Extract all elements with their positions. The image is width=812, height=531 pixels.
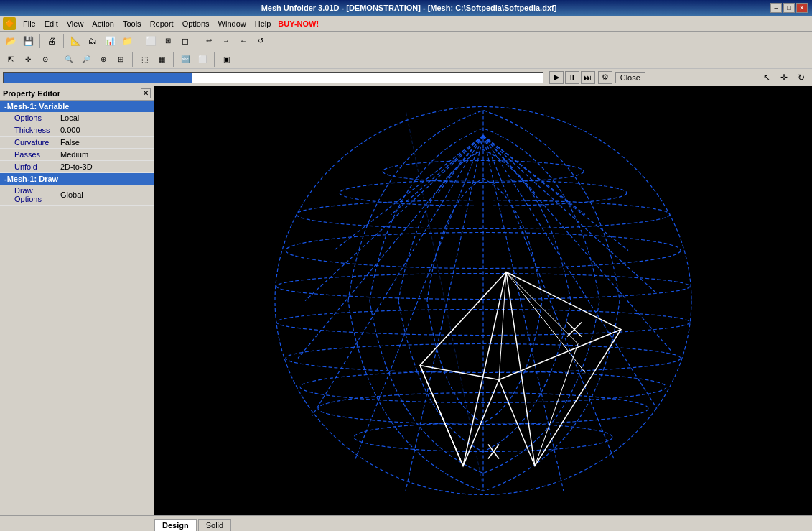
pause-button[interactable]: ⏸ [565,71,579,84]
tab-design[interactable]: Design [154,519,197,531]
menu-action[interactable]: Action [88,18,118,29]
property-panel-header: Property Editor ✕ [0,86,154,101]
sep2 [63,34,64,48]
menu-help[interactable]: Help [251,18,276,29]
menu-bar: 🔶 File Edit View Action Tools Report Opt… [0,16,812,32]
sep6 [132,52,133,67]
main-area: Property Editor ✕ -Mesh-1: Variable Opti… [0,86,812,515]
menu-file[interactable]: File [19,18,40,29]
tb2-icon7[interactable]: ⬜ [195,52,210,68]
tb-save[interactable]: 💾 [20,33,36,49]
tb2-zoom-in[interactable]: 🔍 [61,52,77,68]
tb2-icon6[interactable]: 🔤 [177,52,193,68]
cursor-rotate[interactable]: ↻ [793,70,809,86]
close-anim-button[interactable]: Close [615,72,645,83]
anim-bar: ▶ ⏸ ⏭ ⚙ Close ↖ ✛ ↻ [0,69,812,86]
menu-options[interactable]: Options [178,18,214,29]
prop-row-curvature: Curvature False [0,137,154,149]
prop-value-options[interactable]: Local [57,114,154,122]
prop-label-draw-options: Draw Options [0,186,57,203]
cursor-select[interactable]: ↖ [759,70,775,86]
tb2-zoom-fit[interactable]: ⊕ [95,52,111,68]
tb2-icon8[interactable]: ▣ [218,52,234,68]
tb-icon6[interactable]: ⊞ [160,33,176,49]
cursor-pan[interactable]: ✛ [776,70,792,86]
prop-value-thickness[interactable]: 0.000 [57,126,154,134]
app-icon: 🔶 [3,17,16,30]
tb-icon11[interactable]: ↺ [253,33,269,49]
tb-icon2[interactable]: 🗂 [85,33,101,49]
close-window-button[interactable]: ✕ [796,3,808,13]
tb-icon1[interactable]: 📐 [67,33,83,49]
menu-edit[interactable]: Edit [40,18,62,29]
buy-now-label[interactable]: BUY-NOW! [278,19,319,28]
prop-label-thickness: Thickness [0,126,57,134]
progress-fill [4,73,192,83]
prop-row-thickness: Thickness 0.000 [0,124,154,137]
menu-report[interactable]: Report [146,18,178,29]
tb-icon4[interactable]: 📁 [119,33,135,49]
anim-icon[interactable]: ⚙ [598,71,612,84]
prop-value-unfold[interactable]: 2D-to-3D [57,162,154,171]
sep8 [214,52,215,67]
property-panel-close[interactable]: ✕ [141,88,151,98]
tb-print[interactable]: 🖨 [44,33,60,49]
prop-row-passes: Passes Medium [0,149,154,161]
tb2-icon2[interactable]: ✛ [20,52,36,68]
tab-solid[interactable]: Solid [198,519,231,531]
prop-value-curvature[interactable]: False [57,138,154,147]
progress-track[interactable] [3,72,543,83]
prop-label-curvature: Curvature [0,138,57,147]
prop-value-draw-options[interactable]: Global [57,190,154,199]
property-panel: Property Editor ✕ -Mesh-1: Variable Opti… [0,86,154,515]
tb-icon7[interactable]: ◻ [177,33,193,49]
play-button[interactable]: ▶ [549,71,564,84]
tb2-icon3[interactable]: ⊙ [37,52,53,68]
tb2-zoom-out[interactable]: 🔎 [78,52,94,68]
mesh-viewport-svg [154,86,812,515]
section-draw[interactable]: -Mesh-1: Draw [0,173,154,185]
prop-row-unfold: Unfold 2D-to-3D [0,161,154,173]
title-controls: – □ ✕ [770,3,808,13]
sep3 [139,34,139,48]
sep5 [57,52,57,67]
tb-icon5[interactable]: ⬜ [143,33,159,49]
toolbar-row-2: ⇱ ✛ ⊙ 🔍 🔎 ⊕ ⊞ ⬚ ▦ 🔤 ⬜ ▣ [0,50,812,69]
sep4 [197,34,197,48]
menu-window[interactable]: Window [214,18,251,29]
prop-label-passes: Passes [0,150,57,159]
prop-value-passes[interactable]: Medium [57,150,154,159]
window-title: Mesh Unfolder 3.01D - [DEMONSTRATION] - … [47,4,770,12]
tb2-icon4[interactable]: ⬚ [136,52,152,68]
tb-icon8[interactable]: ↩ [201,33,217,49]
tb-open[interactable]: 📂 [3,33,19,49]
toolbar-row-1: 📂 💾 🖨 📐 🗂 📊 📁 ⬜ ⊞ ◻ ↩ → ← ↺ [0,32,812,50]
property-panel-title: Property Editor [3,89,60,98]
sep1 [39,34,40,48]
prop-label-options: Options [0,114,57,122]
maximize-button[interactable]: □ [783,3,795,13]
tb-icon10[interactable]: ← [235,33,251,49]
bottom-tabs: Design Solid [0,515,812,531]
minimize-button[interactable]: – [770,3,782,13]
menu-view[interactable]: View [62,18,88,29]
title-bar: Mesh Unfolder 3.01D - [DEMONSTRATION] - … [0,0,812,16]
tb-icon9[interactable]: → [218,33,234,49]
prop-row-draw-options: Draw Options Global [0,185,154,206]
prop-row-options: Options Local [0,112,154,124]
sep7 [173,52,174,67]
tb-icon3[interactable]: 📊 [102,33,118,49]
viewport[interactable] [154,86,812,515]
section-variable[interactable]: -Mesh-1: Variable [0,101,154,112]
tb2-icon1[interactable]: ⇱ [3,52,19,68]
end-button[interactable]: ⏭ [581,71,595,84]
menu-tools[interactable]: Tools [118,18,146,29]
tb2-icon5[interactable]: ▦ [154,52,169,68]
prop-label-unfold: Unfold [0,162,57,171]
tb2-zoom-all[interactable]: ⊞ [113,52,129,68]
